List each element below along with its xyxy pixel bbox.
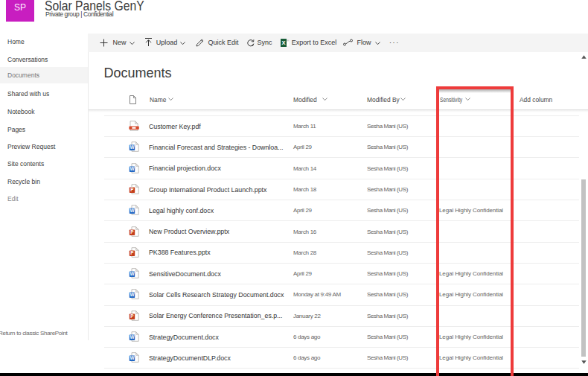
- svg-text:W: W: [130, 271, 135, 276]
- svg-text:W: W: [130, 356, 135, 361]
- svg-text:W: W: [130, 293, 135, 298]
- svg-text:W: W: [130, 145, 135, 150]
- svg-text:P: P: [130, 250, 134, 255]
- svg-text:W: W: [130, 208, 135, 214]
- svg-text:X: X: [281, 39, 285, 46]
- svg-text:P: P: [130, 187, 134, 192]
- svg-text:P: P: [130, 229, 134, 235]
- svg-text:P: P: [130, 313, 134, 319]
- svg-text:W: W: [130, 334, 135, 340]
- svg-text:W: W: [130, 166, 135, 171]
